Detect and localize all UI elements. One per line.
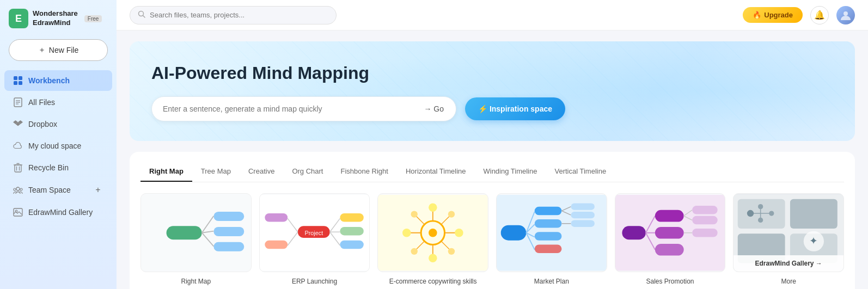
upgrade-label: Upgrade — [764, 11, 793, 19]
svg-rect-71 — [535, 207, 562, 216]
sidebar-item-team-space[interactable]: Team Space + — [4, 179, 112, 201]
hero-input-wrap: → Go — [151, 96, 456, 121]
search-input[interactable] — [150, 11, 328, 19]
svg-rect-77 — [571, 203, 595, 210]
tab-tree-map[interactable]: Tree Map — [192, 163, 240, 182]
tab-vertical-timeline[interactable]: Vertical Timeline — [546, 163, 615, 182]
tab-fishbone[interactable]: Fishbone Right — [332, 163, 396, 182]
svg-point-103 — [747, 210, 754, 217]
svg-rect-29 — [213, 242, 244, 251]
template-label-more: More — [781, 278, 796, 285]
logo-area: E WondershareEdrawMind Free — [0, 0, 117, 35]
sidebar-item-recycle[interactable]: Recycle Bin — [4, 157, 112, 178]
svg-rect-27 — [213, 212, 244, 221]
svg-rect-40 — [340, 227, 363, 236]
svg-rect-39 — [340, 213, 363, 222]
svg-point-58 — [455, 229, 463, 237]
svg-rect-94 — [692, 229, 718, 237]
tab-horizontal-timeline[interactable]: Horizontal Timeline — [397, 163, 475, 182]
new-file-button[interactable]: ＋ New File — [9, 39, 108, 61]
new-file-label: New File — [49, 46, 78, 54]
svg-rect-80 — [571, 220, 595, 226]
gallery-text: EdrawMind Gallery → — [755, 260, 822, 267]
svg-point-59 — [429, 254, 437, 263]
template-card-sales[interactable]: Sales Promotion — [615, 193, 726, 285]
svg-rect-86 — [655, 210, 684, 222]
app-name: WondershareEdrawMind — [33, 9, 78, 28]
search-bar[interactable] — [130, 6, 337, 24]
template-tabs: Right Map Tree Map Creative Org Chart Fi… — [140, 163, 844, 182]
fire-icon: 🔥 — [753, 11, 761, 19]
tab-winding-timeline[interactable]: Winding Timeline — [474, 163, 546, 182]
svg-rect-1 — [19, 76, 22, 80]
sidebar-item-dropbox[interactable]: Dropbox — [4, 114, 112, 134]
template-thumb-sales — [615, 193, 726, 272]
svg-rect-87 — [655, 227, 684, 239]
template-label-right-map: Right Map — [181, 278, 211, 285]
sidebar-item-all-files[interactable]: All Files — [4, 92, 112, 113]
sidebar-item-edrawmind-gallery[interactable]: EdrawMind Gallery — [4, 202, 112, 223]
svg-point-61 — [448, 211, 455, 217]
free-badge: Free — [84, 15, 102, 22]
svg-rect-73 — [535, 232, 562, 241]
templates-section: Right Map Tree Map Creative Org Chart Fi… — [130, 152, 855, 289]
go-button[interactable]: → Go — [416, 100, 451, 118]
svg-rect-26 — [167, 226, 202, 239]
svg-rect-44 — [265, 213, 288, 222]
svg-point-105 — [758, 204, 763, 209]
svg-line-23 — [143, 15, 145, 17]
recycle-icon — [13, 163, 23, 173]
recycle-label: Recycle Bin — [28, 163, 69, 172]
dropbox-label: Dropbox — [28, 120, 57, 128]
go-label: → Go — [424, 104, 444, 113]
notification-button[interactable]: 🔔 — [810, 6, 829, 24]
svg-rect-82 — [622, 226, 645, 239]
sidebar-item-cloud[interactable]: My cloud space — [4, 136, 112, 156]
svg-point-18 — [14, 188, 16, 190]
svg-point-104 — [769, 211, 774, 216]
hero-input[interactable] — [163, 97, 416, 121]
tab-right-map[interactable]: Right Map — [140, 163, 192, 182]
template-card-right-map[interactable]: Right Map — [140, 193, 252, 285]
template-card-ecommerce[interactable]: E-commerce copywriting skills — [377, 193, 488, 285]
template-card-gallery[interactable]: ✦ EdrawMind Gallery → More — [733, 193, 844, 285]
svg-rect-2 — [14, 81, 17, 85]
svg-point-106 — [758, 218, 763, 223]
team-space-add-button[interactable]: + — [93, 185, 103, 195]
sidebar-item-workbench[interactable]: Workbench — [4, 70, 112, 91]
svg-text:Project: Project — [304, 230, 323, 236]
svg-point-63 — [411, 211, 418, 217]
topbar-right: 🔥 Upgrade 🔔 — [743, 6, 855, 24]
cloud-label: My cloud space — [28, 142, 81, 150]
topbar: 🔥 Upgrade 🔔 — [117, 0, 868, 30]
svg-rect-12 — [15, 165, 21, 172]
template-card-market-plan[interactable]: Market Plan — [496, 193, 607, 285]
svg-rect-88 — [655, 244, 684, 256]
template-thumb-right-map — [140, 193, 252, 272]
template-card-erp[interactable]: Project — [259, 193, 370, 285]
svg-rect-3 — [19, 81, 22, 85]
team-space-label: Team Space — [28, 186, 71, 194]
template-label-sales: Sales Promotion — [646, 278, 694, 285]
gallery-overlay-label: EdrawMind Gallery → — [733, 255, 843, 272]
bell-icon: 🔔 — [814, 10, 825, 20]
upgrade-button[interactable]: 🔥 Upgrade — [743, 7, 803, 23]
svg-rect-72 — [535, 219, 562, 228]
svg-rect-78 — [571, 212, 595, 218]
template-thumb-erp: Project — [259, 193, 370, 272]
hero-input-row: → Go ⚡ Inspiration space — [151, 96, 833, 121]
team-space-icon — [13, 185, 23, 195]
hero-banner: AI-Powered Mind Mapping → Go ⚡ Inspirati… — [130, 41, 855, 141]
cloud-icon — [13, 141, 23, 151]
gallery-label: EdrawMind Gallery — [28, 208, 93, 217]
inspiration-button[interactable]: ⚡ Inspiration space — [465, 97, 565, 120]
svg-point-57 — [429, 203, 437, 212]
tab-creative[interactable]: Creative — [240, 163, 283, 182]
user-avatar[interactable] — [836, 6, 855, 24]
gallery-icon — [13, 207, 23, 217]
svg-rect-92 — [692, 216, 718, 225]
tab-org-chart[interactable]: Org Chart — [283, 163, 332, 182]
app-logo-icon: E — [9, 9, 28, 28]
svg-rect-66 — [501, 225, 527, 241]
workbench-label: Workbench — [28, 76, 70, 85]
